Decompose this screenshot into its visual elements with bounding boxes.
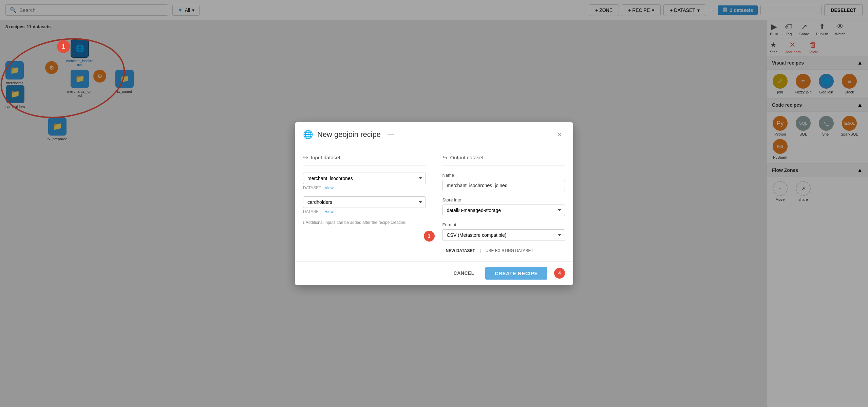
modal-output-section: ↪ Output dataset Name Store into dataiku… [434, 147, 573, 261]
store-into-select[interactable]: dataiku-managed-storage [442, 205, 565, 216]
output-name-label: Name [442, 173, 565, 178]
new-dataset-option[interactable]: NEW DATASET [442, 247, 478, 254]
modal-body: ↪ Input dataset merchant_isochrones DATA… [295, 147, 573, 261]
modal-header: 🌐 New geojoin recipe — ✕ [295, 122, 573, 147]
input2-select[interactable]: cardholders [303, 196, 426, 208]
output-name-group: Name [442, 173, 565, 191]
use-existing-option[interactable]: USE EXISTING DATASET [482, 247, 537, 254]
input1-dataset-link: DATASET - View [303, 185, 426, 190]
format-group: Format 3 CSV (Metastore compatible) [442, 222, 565, 241]
store-into-label: Store into [442, 197, 565, 202]
input2-group: cardholders DATASET - View [303, 196, 426, 214]
modal-title: New geojoin recipe [317, 130, 381, 139]
geojoin-modal: 🌐 New geojoin recipe — ✕ ↪ Input dataset… [295, 122, 573, 285]
input-col-header: ↪ Input dataset [303, 154, 426, 166]
step-badge-1: 1 [57, 40, 70, 53]
output-col-title: Output dataset [450, 155, 484, 160]
additional-inputs-note: ℹ Additional inputs can be added after t… [303, 220, 426, 225]
format-select[interactable]: CSV (Metastore compatible) [442, 229, 565, 241]
modal-overlay: 🌐 New geojoin recipe — ✕ ↪ Input dataset… [0, 0, 868, 407]
minimize-button[interactable]: — [385, 129, 397, 140]
step-badge-3: 3 [424, 231, 435, 242]
input2-dataset-link: DATASET - View [303, 209, 426, 214]
store-into-group: Store into dataiku-managed-storage [442, 197, 565, 216]
output-col-header: ↪ Output dataset [442, 154, 565, 166]
globe-icon: 🌐 [303, 130, 313, 139]
dataset-toggle: NEW DATASET | USE EXISTING DATASET [442, 247, 565, 254]
output-col-icon: ↪ [442, 154, 448, 161]
output-name-input[interactable] [442, 180, 565, 191]
input2-view-link[interactable]: View [325, 209, 334, 214]
input1-view-link[interactable]: View [325, 185, 334, 190]
input1-select[interactable]: merchant_isochrones [303, 173, 426, 184]
input-col-title: Input dataset [311, 155, 340, 160]
format-label: Format [442, 222, 565, 227]
input-col-icon: ↪ [303, 154, 308, 161]
modal-input-section: ↪ Input dataset merchant_isochrones DATA… [295, 147, 434, 261]
modal-footer: CANCEL CREATE RECIPE 4 [295, 261, 573, 285]
step-badge-4: 4 [554, 268, 565, 279]
cancel-button[interactable]: CANCEL [448, 268, 480, 279]
input1-group: merchant_isochrones DATASET - View [303, 173, 426, 190]
create-recipe-button[interactable]: CREATE RECIPE [485, 267, 547, 280]
close-button[interactable]: ✕ [554, 129, 565, 140]
